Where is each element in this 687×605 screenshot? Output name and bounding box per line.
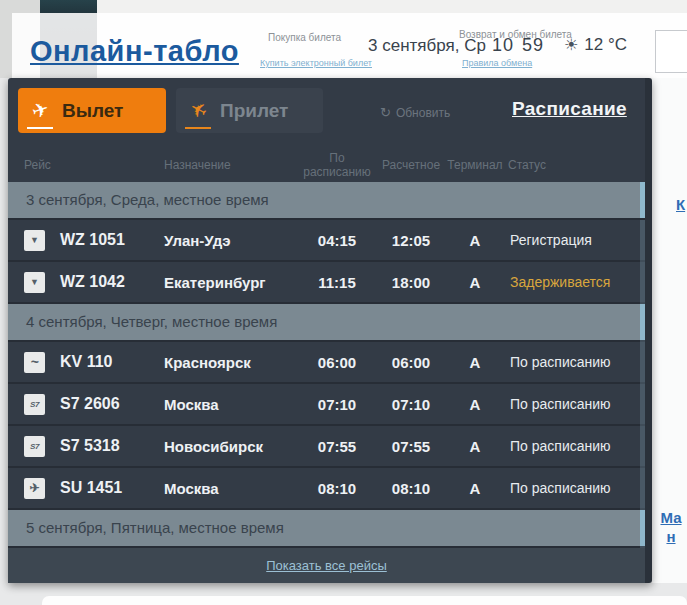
scheduled-time: 07:55	[294, 438, 380, 455]
flight-row[interactable]: ▼WZ 1042Екатеринбург11:1518:00АЗадержива…	[8, 262, 645, 302]
tab-departures-label: Вылет	[62, 100, 123, 122]
column-header-destination: Назначение	[164, 158, 294, 172]
destination: Новосибирск	[164, 438, 294, 455]
flight-status: Задерживается	[508, 274, 645, 290]
flight-row[interactable]: S7S7 2606Москва07:1007:10АПо расписанию	[8, 384, 645, 424]
flight-status: Регистрация	[508, 232, 645, 248]
flight-status: По расписанию	[508, 438, 645, 454]
purchase-ticket-link[interactable]: Купить электронный билет	[260, 58, 372, 68]
schedule-link[interactable]: Расписание	[512, 98, 627, 120]
destination: Красноярск	[164, 354, 294, 371]
airline-logo-icon: S7	[24, 436, 45, 457]
board-column-headers: Рейс Назначение По расписанию Расчетное …	[8, 148, 645, 182]
board-footer: Показать все рейсы	[8, 548, 645, 583]
terminal: А	[442, 354, 508, 371]
airline-logo-cell: ▼	[24, 272, 60, 293]
flight-number: SU 1451	[60, 479, 164, 497]
airline-logo-cell: ▼	[24, 230, 60, 251]
estimated-time: 08:10	[380, 480, 442, 497]
airline-logo-icon: ✈	[24, 478, 45, 499]
column-header-flight: Рейс	[24, 158, 164, 172]
refresh-button[interactable]: ↻Обновить	[380, 105, 450, 120]
terminal: А	[442, 232, 508, 249]
scheduled-time: 06:00	[294, 354, 380, 371]
board-tabs: ✈ Вылет ✈ Прилет ↻Обновить Расписание	[8, 78, 645, 148]
airline-logo-cell: S7	[24, 394, 60, 415]
flight-row[interactable]: ✈SU 1451Москва08:1008:10АПо расписанию	[8, 468, 645, 508]
flight-board-panel: ✈ Вылет ✈ Прилет ↻Обновить Расписание Ре…	[8, 78, 652, 583]
scheduled-time: 08:10	[294, 480, 380, 497]
estimated-time: 07:55	[380, 438, 442, 455]
column-header-scheduled: По расписанию	[294, 151, 380, 179]
weather-widget: ☀12 °C	[564, 35, 627, 55]
flight-status: По расписанию	[508, 480, 645, 496]
arrival-plane-icon: ✈	[176, 100, 220, 121]
tab-arrivals[interactable]: ✈ Прилет	[176, 88, 323, 133]
sun-icon: ☀	[564, 36, 578, 53]
sidebar-link-partial-top[interactable]: К	[676, 196, 685, 213]
terminal: А	[442, 274, 508, 291]
temperature: 12 °C	[584, 35, 627, 54]
column-header-estimated: Расчетное	[380, 158, 442, 172]
airline-logo-icon: ▼	[24, 272, 45, 293]
flight-row[interactable]: ~KV 110Красноярск06:0006:00АПо расписани…	[8, 342, 645, 382]
current-time: 1059	[492, 35, 544, 56]
board-body: 3 сентября, Среда, местное время▼WZ 1051…	[8, 182, 645, 548]
flight-number: S7 2606	[60, 395, 164, 413]
airline-logo-cell: S7	[24, 436, 60, 457]
scheduled-time: 11:15	[294, 274, 380, 291]
terminal: А	[442, 396, 508, 413]
tab-arrivals-label: Прилет	[220, 100, 288, 122]
show-all-flights-link[interactable]: Показать все рейсы	[266, 558, 387, 573]
online-board-title-link[interactable]: Онлайн-табло	[30, 35, 239, 68]
terminal: А	[442, 438, 508, 455]
airline-logo-icon: S7	[24, 394, 45, 415]
estimated-time: 12:05	[380, 232, 442, 249]
header-bar: Онлайн-табло Покупка билета Купить элект…	[12, 13, 687, 78]
sidebar-link-line2: н	[655, 527, 687, 546]
date-separator-row: 3 сентября, Среда, местное время	[8, 182, 645, 218]
search-input[interactable]	[655, 30, 687, 73]
flight-number: WZ 1042	[60, 273, 164, 291]
flight-number: S7 5318	[60, 437, 164, 455]
scheduled-time: 04:15	[294, 232, 380, 249]
column-header-terminal: Терминал	[442, 158, 508, 172]
date-separator-row: 5 сентября, Пятница, местное время	[8, 510, 645, 546]
destination: Москва	[164, 480, 294, 497]
airline-logo-cell: ✈	[24, 478, 60, 499]
destination: Улан-Удэ	[164, 232, 294, 249]
flight-row[interactable]: S7S7 5318Новосибирск07:5507:55АПо распис…	[8, 426, 645, 466]
airline-logo-icon: ~	[24, 352, 45, 373]
return-rules-link[interactable]: Правила обмена	[462, 58, 532, 68]
scheduled-time: 07:10	[294, 396, 380, 413]
flight-status: По расписанию	[508, 396, 645, 412]
estimated-time: 18:00	[380, 274, 442, 291]
tab-departures[interactable]: ✈ Вылет	[18, 88, 166, 133]
destination: Екатеринбург	[164, 274, 294, 291]
flight-number: KV 110	[60, 353, 164, 371]
estimated-time: 07:10	[380, 396, 442, 413]
sidebar-link-partial-bottom[interactable]: Ма н	[655, 508, 687, 546]
airline-logo-cell: ~	[24, 352, 60, 373]
purchase-label: Покупка билета	[268, 32, 341, 43]
sidebar-link-line1: Ма	[655, 508, 687, 527]
flight-row[interactable]: ▼WZ 1051Улан-Удэ04:1512:05АРегистрация	[8, 220, 645, 260]
airline-logo-icon: ▼	[24, 230, 45, 251]
terminal: А	[442, 480, 508, 497]
departure-plane-icon: ✈	[18, 100, 62, 121]
refresh-icon: ↻	[380, 105, 391, 120]
estimated-time: 06:00	[380, 354, 442, 371]
date-separator-row: 4 сентября, Четверг, местное время	[8, 304, 645, 340]
flight-status: По расписанию	[508, 354, 645, 370]
destination: Москва	[164, 396, 294, 413]
next-section-card-edge	[42, 596, 687, 605]
column-header-status: Статус	[508, 158, 645, 172]
flight-number: WZ 1051	[60, 231, 164, 249]
